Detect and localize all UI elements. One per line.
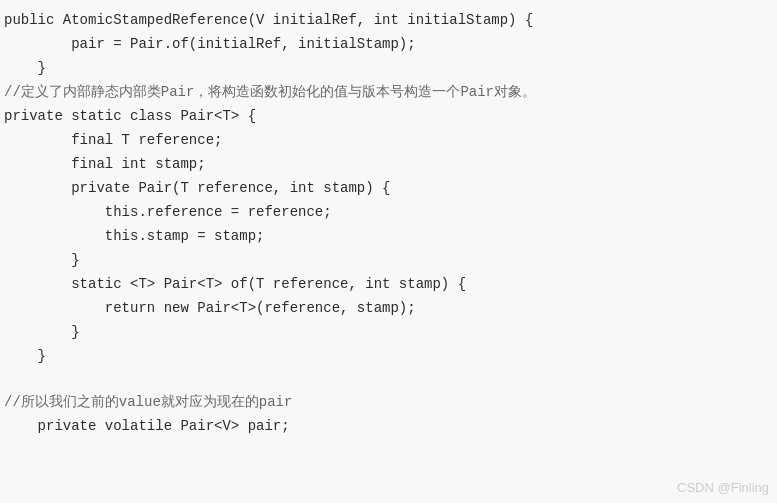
line-text: return new Pair<T>(reference, stamp); (0, 297, 416, 319)
line-text: private volatile Pair<V> pair; (0, 415, 290, 437)
line-text: private static class Pair<T> { (0, 105, 256, 127)
code-line: this.stamp = stamp; (0, 224, 777, 248)
code-line: static <T> Pair<T> of(T reference, int s… (0, 272, 777, 296)
line-text: } (0, 249, 80, 271)
code-line: final int stamp; (0, 152, 777, 176)
line-text: //定义了内部静态内部类Pair，将构造函数初始化的值与版本号构造一个Pair对… (0, 81, 536, 103)
line-text: final int stamp; (0, 153, 206, 175)
line-text: } (0, 321, 80, 343)
code-line: private Pair(T reference, int stamp) { (0, 176, 777, 200)
code-line: } (0, 344, 777, 368)
code-line (0, 368, 777, 390)
line-text: final T reference; (0, 129, 222, 151)
code-container: public AtomicStampedReference(V initialR… (0, 0, 777, 503)
code-line: pair = Pair.of(initialRef, initialStamp)… (0, 32, 777, 56)
line-text: } (0, 57, 46, 79)
line-text: public AtomicStampedReference(V initialR… (0, 9, 533, 31)
line-text: this.reference = reference; (0, 201, 332, 223)
line-text: //所以我们之前的value就对应为现在的pair (0, 391, 292, 413)
code-line: //定义了内部静态内部类Pair，将构造函数初始化的值与版本号构造一个Pair对… (0, 80, 777, 104)
code-line: } (0, 320, 777, 344)
code-line: } (0, 56, 777, 80)
line-text: private Pair(T reference, int stamp) { (0, 177, 390, 199)
code-line: } (0, 248, 777, 272)
code-line: return new Pair<T>(reference, stamp); (0, 296, 777, 320)
watermark: CSDN @Finling (677, 480, 769, 495)
code-line: public AtomicStampedReference(V initialR… (0, 8, 777, 32)
code-line: this.reference = reference; (0, 200, 777, 224)
code-line: //所以我们之前的value就对应为现在的pair (0, 390, 777, 414)
line-text: pair = Pair.of(initialRef, initialStamp)… (0, 33, 416, 55)
code-block: public AtomicStampedReference(V initialR… (0, 8, 777, 438)
code-line: private volatile Pair<V> pair; (0, 414, 777, 438)
line-text: this.stamp = stamp; (0, 225, 264, 247)
line-text: static <T> Pair<T> of(T reference, int s… (0, 273, 466, 295)
code-line: private static class Pair<T> { (0, 104, 777, 128)
code-line: final T reference; (0, 128, 777, 152)
line-text: } (0, 345, 46, 367)
